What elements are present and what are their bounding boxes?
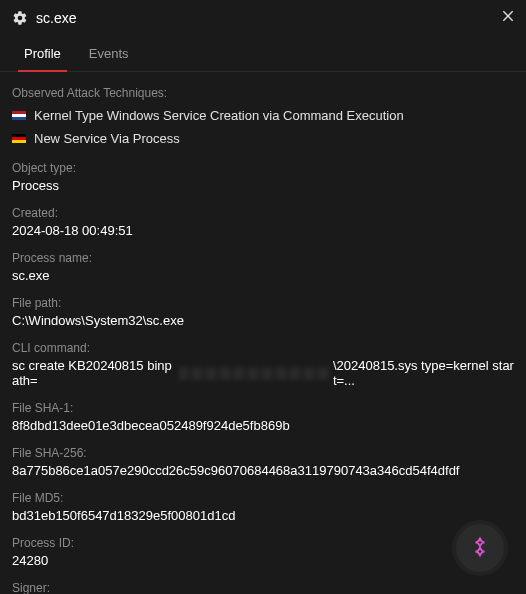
- field-label: Object type:: [12, 161, 514, 175]
- field-signer: Signer: Microsoft Windows: [12, 581, 514, 594]
- tabs: Profile Events: [0, 36, 526, 72]
- field-file-sha256: File SHA-256: 8a775b86ce1a057e290ccd26c5…: [12, 446, 514, 478]
- field-file-sha1: File SHA-1: 8f8dbd13dee01e3dbecea052489f…: [12, 401, 514, 433]
- field-label: File MD5:: [12, 491, 514, 505]
- flag-icon: [12, 134, 26, 143]
- close-icon[interactable]: [500, 8, 516, 24]
- window-title: sc.exe: [36, 10, 76, 26]
- field-value: Process: [12, 178, 514, 193]
- assistant-fab[interactable]: [456, 524, 504, 572]
- field-file-md5: File MD5: bd31eb150f6547d18329e5f00801d1…: [12, 491, 514, 523]
- field-label: File path:: [12, 296, 514, 310]
- gear-icon: [12, 10, 28, 26]
- observed-attack-techniques-label: Observed Attack Techniques:: [12, 86, 514, 100]
- copilot-icon: [469, 536, 491, 561]
- tab-events[interactable]: Events: [75, 36, 143, 71]
- field-value: C:\Windows\System32\sc.exe: [12, 313, 514, 328]
- flag-icon: [12, 111, 26, 120]
- field-label: Process ID:: [12, 536, 514, 550]
- cli-prefix: sc create KB20240815 binpath=: [12, 358, 177, 388]
- field-process-name: Process name: sc.exe: [12, 251, 514, 283]
- header: sc.exe: [0, 0, 526, 36]
- field-value: 8a775b86ce1a057e290ccd26c59c96070684468a…: [12, 463, 514, 478]
- field-process-id: Process ID: 24280: [12, 536, 514, 568]
- field-label: File SHA-256:: [12, 446, 514, 460]
- field-label: CLI command:: [12, 341, 514, 355]
- field-value: bd31eb150f6547d18329e5f00801d1cd: [12, 508, 514, 523]
- cli-suffix: \20240815.sys type=kernel start=...: [333, 358, 514, 388]
- technique-label: Kernel Type Windows Service Creation via…: [34, 108, 404, 123]
- field-object-type: Object type: Process: [12, 161, 514, 193]
- field-cli-command: CLI command: sc create KB20240815 binpat…: [12, 341, 514, 388]
- field-value: 8f8dbd13dee01e3dbecea052489f924de5fb869b: [12, 418, 514, 433]
- technique-label: New Service Via Process: [34, 131, 180, 146]
- field-value: sc create KB20240815 binpath= \20240815.…: [12, 358, 514, 388]
- field-label: Created:: [12, 206, 514, 220]
- field-label: Signer:: [12, 581, 514, 594]
- field-label: File SHA-1:: [12, 401, 514, 415]
- field-created: Created: 2024-08-18 00:49:51: [12, 206, 514, 238]
- technique-row[interactable]: New Service Via Process: [12, 129, 514, 148]
- field-value: 2024-08-18 00:49:51: [12, 223, 514, 238]
- field-value: sc.exe: [12, 268, 514, 283]
- redacted-segment: [179, 367, 331, 380]
- tab-profile[interactable]: Profile: [10, 36, 75, 71]
- profile-content: Observed Attack Techniques: Kernel Type …: [0, 72, 526, 594]
- field-label: Process name:: [12, 251, 514, 265]
- field-value: 24280: [12, 553, 514, 568]
- technique-row[interactable]: Kernel Type Windows Service Creation via…: [12, 106, 514, 125]
- field-file-path: File path: C:\Windows\System32\sc.exe: [12, 296, 514, 328]
